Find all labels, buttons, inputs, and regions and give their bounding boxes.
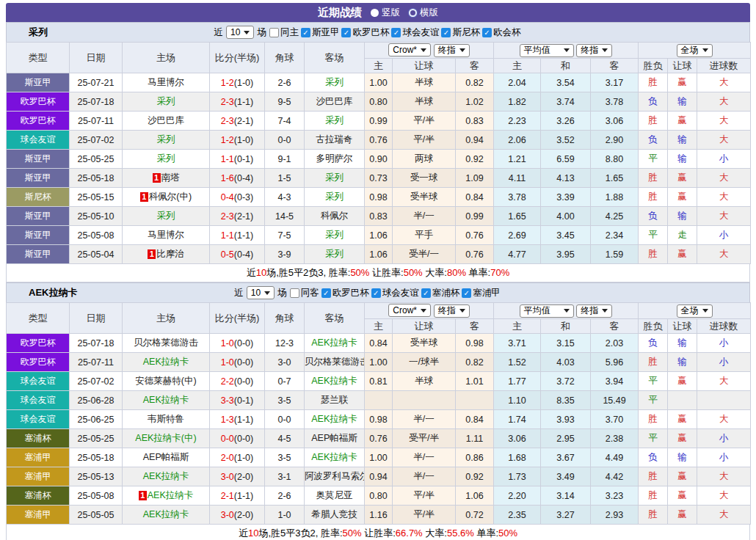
away-team[interactable]: 贝尔格莱德游击 xyxy=(305,353,365,372)
match-score[interactable]: 2-3(1-1) xyxy=(210,92,265,112)
home-team[interactable]: 1AEK拉纳卡 xyxy=(123,486,210,506)
checkbox-checked-icon: ✓ xyxy=(482,28,492,37)
final-index-select[interactable]: 终指 xyxy=(434,44,470,57)
away-team[interactable]: 古拉瑞奇 xyxy=(305,131,365,150)
match-score[interactable]: 1-3(1-1) xyxy=(210,410,265,429)
home-team[interactable]: 贝尔格莱德游击 xyxy=(123,334,210,353)
away-team[interactable]: AEK拉纳卡 xyxy=(305,372,365,391)
home-team[interactable]: 采列 xyxy=(123,92,210,112)
handicap-home-odds: 0.73 xyxy=(365,169,393,188)
match-score[interactable]: 1-6(0-4) xyxy=(210,169,265,188)
home-team-name: 韦斯特鲁 xyxy=(148,414,184,424)
away-team[interactable]: 采列 xyxy=(305,226,365,245)
league-filter-checkbox[interactable]: ✓球会友谊 xyxy=(371,287,419,299)
league-filter-checkbox[interactable]: ✓欧罗巴杯 xyxy=(341,26,389,39)
home-team[interactable]: AEK拉纳卡(中) xyxy=(123,429,210,448)
final-index-select[interactable]: 终指 xyxy=(434,304,470,318)
away-team[interactable]: AEK拉纳卡 xyxy=(305,448,365,467)
final-index-select-2[interactable]: 终指 xyxy=(576,304,612,318)
recent-count-select[interactable]: 10 xyxy=(226,26,254,39)
match-score[interactable]: 2-3(2-1) xyxy=(210,112,265,131)
same-venue-checkbox[interactable]: 同主 xyxy=(269,26,299,39)
match-score[interactable]: 0-5(0-4) xyxy=(210,245,265,264)
average-select[interactable]: 平均值 xyxy=(520,304,574,318)
match-score[interactable]: 2-0(1-0) xyxy=(210,448,265,467)
handicap-odds-group: Crow* 终指 xyxy=(365,43,494,59)
full-field-select[interactable]: 全场 xyxy=(677,44,713,57)
home-team[interactable]: 韦斯特鲁 xyxy=(123,410,210,429)
recent-count-select[interactable]: 10 xyxy=(247,286,275,299)
away-team-name: 采列 xyxy=(325,115,344,125)
home-team[interactable]: AEK拉纳卡 xyxy=(123,353,210,372)
full-field-select[interactable]: 全场 xyxy=(677,304,713,318)
match-score[interactable]: 1-2(1-0) xyxy=(210,131,265,150)
away-team[interactable]: 多明萨尔 xyxy=(305,150,365,169)
handicap-away-odds: 1.11 xyxy=(456,429,494,448)
match-score[interactable]: 1-1(0-1) xyxy=(210,150,265,169)
away-team[interactable]: 阿波罗利马索尔 xyxy=(305,467,365,486)
league-filter-checkbox[interactable]: ✓斯尼杯 xyxy=(441,26,480,39)
match-score[interactable]: 1-2(1-0) xyxy=(210,73,265,92)
chevron-down-icon xyxy=(459,309,465,313)
league-filter-checkbox[interactable]: ✓塞浦杯 xyxy=(421,287,460,299)
average-select[interactable]: 平均值 xyxy=(520,44,574,57)
away-team[interactable]: 采列 xyxy=(305,112,365,131)
match-score[interactable]: 2-2(0-0) xyxy=(210,372,265,391)
match-score[interactable]: 0-4(0-3) xyxy=(210,188,265,207)
away-team[interactable]: 希腊人竞技 xyxy=(305,506,365,525)
home-team[interactable]: 采列 xyxy=(123,131,210,150)
result-winlose: 胜 xyxy=(639,353,668,372)
match-score[interactable]: 3-0(2-0) xyxy=(210,506,265,525)
away-team[interactable]: 采列 xyxy=(305,169,365,188)
home-team[interactable]: 马里博尔 xyxy=(123,226,210,245)
table-row: 斯亚甲25-07-21马里博尔1-2(1-0)2-6采列1.00半球0.822.… xyxy=(7,73,751,92)
away-team[interactable]: 采列 xyxy=(305,245,365,264)
match-score[interactable]: 1-0(0-0) xyxy=(210,334,265,353)
home-team[interactable]: 安德莱赫特(中) xyxy=(123,372,210,391)
away-team[interactable]: AEK拉纳卡 xyxy=(305,334,365,353)
checkbox-checked-icon: ✓ xyxy=(321,288,331,298)
match-score[interactable]: 1-1(1-1) xyxy=(210,226,265,245)
home-team[interactable]: 沙巴巴库 xyxy=(123,112,210,131)
table-row: 斯亚甲25-05-08马里博尔1-1(1-1)7-5采列1.06平手0.762.… xyxy=(7,226,751,245)
match-score[interactable]: 3-3(0-1) xyxy=(210,391,265,410)
match-score[interactable]: 2-3(2-1) xyxy=(210,207,265,226)
match-score[interactable]: 0-0(0-0) xyxy=(210,429,265,448)
home-team[interactable]: 马里博尔 xyxy=(123,73,210,92)
away-team[interactable]: AEP帕福斯 xyxy=(305,429,365,448)
league-filter-checkbox[interactable]: ✓塞浦甲 xyxy=(462,287,501,299)
home-team[interactable]: AEP帕福斯 xyxy=(123,448,210,467)
match-date: 25-07-18 xyxy=(70,334,123,353)
league-filter-checkbox[interactable]: ✓欧会杯 xyxy=(482,26,521,39)
home-team[interactable]: 1科佩尔(中) xyxy=(123,188,210,207)
away-team[interactable]: 采列 xyxy=(305,188,365,207)
home-team[interactable]: 1南塔 xyxy=(123,169,210,188)
layout-radio-vertical[interactable]: 竖版 xyxy=(371,7,400,19)
layout-radio-horizontal[interactable]: 横版 xyxy=(409,7,438,19)
match-score[interactable]: 2-1(1-1) xyxy=(210,486,265,506)
home-team[interactable]: AEK拉纳卡 xyxy=(123,506,210,525)
home-team[interactable]: 采列 xyxy=(123,207,210,226)
result-goals: 大 xyxy=(697,467,751,486)
away-team[interactable]: 瑟兰联 xyxy=(305,391,365,410)
league-filter-checkbox[interactable]: ✓球会友谊 xyxy=(391,26,439,39)
away-team[interactable]: AEK拉纳卡 xyxy=(305,410,365,429)
home-team[interactable]: AEK拉纳卡 xyxy=(123,391,210,410)
match-score[interactable]: 1-0(0-0) xyxy=(210,353,265,372)
league-filter-checkbox[interactable]: ✓欧罗巴杯 xyxy=(321,287,369,299)
final-index-select-2[interactable]: 终指 xyxy=(576,44,612,57)
home-team[interactable]: 采列 xyxy=(123,150,210,169)
average-odds-group: 平均值 终指 xyxy=(494,43,639,59)
league-filter-checkbox[interactable]: ✓斯亚甲 xyxy=(301,26,340,39)
away-team[interactable]: 科佩尔 xyxy=(305,207,365,226)
crow-select[interactable]: Crow* xyxy=(388,43,431,56)
home-team[interactable]: AEK拉纳卡 xyxy=(123,467,210,486)
home-team[interactable]: 1比摩治 xyxy=(123,245,210,264)
away-team[interactable]: 奥莫尼亚 xyxy=(305,486,365,506)
crow-select[interactable]: Crow* xyxy=(388,304,431,317)
away-team[interactable]: 采列 xyxy=(305,73,365,92)
away-team[interactable]: 沙巴巴库 xyxy=(305,92,365,112)
same-venue-checkbox[interactable]: 同客 xyxy=(290,287,319,299)
match-score[interactable]: 3-0(2-0) xyxy=(210,467,265,486)
league-badge: 欧罗巴杯 xyxy=(7,92,70,112)
